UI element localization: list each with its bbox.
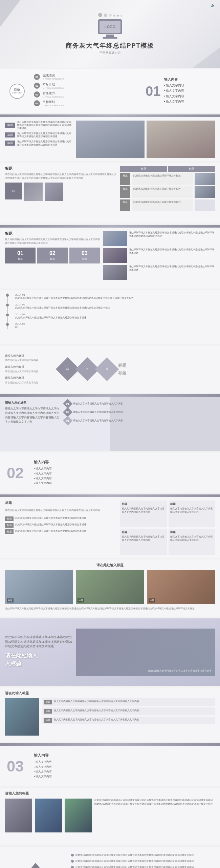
- pyr-text-1: 此处添加详细文本描述此处添加详细文本描述此处添加详细文本描述此处添加详细文本描述…: [75, 853, 194, 857]
- s13-text-3: 输入文字内容输入文字内容输入文字内容输入文字内容输入文字内容输入文字内容: [54, 718, 139, 721]
- s11-body: 此处添加详细文本描述此处添加详细文本描述此处添加详细文本描述此处添加详细文本描述…: [5, 607, 215, 611]
- s8-title: 请输入您的标题: [5, 400, 59, 405]
- separator-3: [0, 394, 220, 397]
- label-tag-2: 标题: [5, 132, 15, 137]
- s5-text-3: 此处添加详细文本描述此处添加详细文本描述此处添加详细文本描述此处添加详细文本描述: [129, 265, 215, 272]
- s8-text-3: 请输入文字内容请输入文字内容请输入文字内容: [73, 419, 123, 422]
- tl-text-1: 此处添加详细文本描述此处添加详细文本描述此处添加详细文本描述此处添加详细文本描述…: [15, 296, 215, 300]
- s5-text-1: 此处添加详细文本描述此处添加详细文本描述此处添加详细文本描述此处添加详细文本描述…: [129, 231, 215, 238]
- s5-photo-2: [103, 248, 127, 263]
- svg-text:LOGO: LOGO: [105, 25, 116, 29]
- tl-dot-2: [6, 304, 9, 306]
- separator-1: [0, 114, 220, 117]
- diamond-inner-2: 02: [86, 368, 89, 370]
- s13-rows: 标题 输入文字内容输入文字内容输入文字内容输入文字内容输入文字内容输入文字内容 …: [42, 698, 215, 736]
- section-03-content: 输入内容 • 输入文字内容 • 输入文字内容 • 输入文字内容 • 输入文字内容: [34, 753, 52, 779]
- label-text-1: 此处添加详细文本描述此处添加详细文本描述此处添加详细文本描述此处添加详细文本描述…: [17, 121, 73, 130]
- slide-4-title: 标题: [5, 166, 117, 171]
- s13-text-2: 输入文字内容输入文字内容输入文字内容输入文字内容输入文字内容输入文字内容: [54, 709, 139, 712]
- s12-photo-caption: 请在此处输入文字内容文字内容人文字内容大文字内容入文字: [148, 669, 212, 673]
- toc-badge-en: CONTENT: [12, 92, 22, 94]
- s5-title: 标题: [5, 231, 100, 236]
- s8-num-1: 03: [66, 402, 69, 405]
- toc-en-2: OFFICE SERVICES: [43, 87, 64, 89]
- s8-num-3: 01: [66, 419, 69, 422]
- s10-cell-text-1: 输入文字内容输入文字内容输入文字内容输入文字内容输入文字内容: [122, 507, 165, 514]
- s15-photo-3: [65, 799, 92, 832]
- slide-toc: 目录 CONTENT 01 完成情况 OFFICE SERVICES 02 本月…: [0, 69, 220, 113]
- s15-title: 请输入您的标题: [5, 791, 215, 796]
- slide-section-02: 02 输入内容 • 输入文字内容 • 输入文字内容 • 输入文字内容 • 输入文…: [0, 452, 220, 493]
- label-item-1: 标题 此处添加详细文本描述此处添加详细文本描述此处添加详细文本描述此处添加详细文…: [5, 121, 73, 130]
- s5-card-label-2: 标题: [39, 257, 66, 261]
- s13-row-1: 标题 输入文字内容输入文字内容输入文字内容输入文字内容输入文字内容输入文字内容: [42, 698, 215, 706]
- section-02-label: 输入内容: [34, 460, 52, 465]
- s8-text-2: 请输入文字内容请输入文字内容请输入文字内容: [73, 410, 123, 414]
- tl-dot-4: [6, 323, 9, 326]
- label-tag-3: 标题: [5, 141, 15, 146]
- s15-photo-1: [5, 799, 32, 832]
- s7-label-2: 请输入您的标题: [5, 365, 56, 369]
- s10-text-3: 此处添加详细文本描述此处添加详细文本描述此处添加详细文本描述: [15, 529, 86, 533]
- content-badge: 目录 CONTENT: [7, 84, 27, 99]
- label-text-2: 此处添加详细文本描述此处添加详细文本描述此处添加详细文本描述此处添加详细文本描述: [17, 132, 73, 138]
- main-title: 商务灰大气年终总结PPT模板: [66, 42, 154, 50]
- tl-text-2: 此处添加详细文本描述此处添加详细文本描述此处添加详细文本描述此处添加详细文本描述: [15, 306, 215, 310]
- s10-cell-2: 标题 输入文字内容输入文字内容输入文字内容输入文字内容输入文字内容: [169, 501, 215, 527]
- s8-item-3: 01 请输入文字内容请输入文字内容请输入文字内容: [64, 417, 215, 424]
- pyr-dot-3: [71, 866, 74, 868]
- section-03-label: 输入内容: [34, 753, 52, 758]
- svg-rect-4: [103, 37, 117, 39]
- s13-row-3: 标题 输入文字内容输入文字内容输入文字内容输入文字内容输入文字内容输入文字内容: [42, 717, 215, 724]
- pyr-row-2: 此处添加详细文本描述此处添加详细文本描述此处添加详细文本描述此处添加详细文本描述…: [71, 860, 215, 863]
- s10-label-3: 标题: [5, 529, 14, 534]
- label-text-3: 此处添加详细文本描述此处添加详细文本描述此处添加详细文本描述此处添加详细文本描述: [17, 140, 73, 146]
- tl-label-3: 2014-03: [15, 313, 215, 316]
- s7-headings: 标题 标题: [118, 363, 126, 376]
- rt-content-3: 此处添加详细文本描述此处添加详细文本描述: [132, 199, 193, 211]
- toc-en-4: OFFICE SERVICES: [43, 104, 64, 107]
- toc-big-num: 01: [146, 84, 161, 98]
- section-num-02: 02: [7, 465, 27, 481]
- toc-item-1: 01 完成情况 OFFICE SERVICES: [34, 73, 139, 80]
- rt-content-1: 此处添加详细文本描述此处添加详细文本描述: [132, 173, 193, 185]
- s10-text-1: 此处添加详细文本描述此处添加详细文本描述此处添加详细文本描述: [15, 516, 86, 520]
- pyr-text-3: 此处添加详细文本描述此处添加详细文本描述此处添加详细文本描述此处添加详细文本描述…: [75, 866, 194, 868]
- s7-heading-2: 标题: [118, 370, 126, 376]
- tl-item-2: 2014-02 此处添加详细文本描述此处添加详细文本描述此处添加详细文本描述此处…: [10, 303, 215, 310]
- s5-photo-3: [103, 265, 127, 280]
- svg-rect-3: [106, 35, 114, 37]
- label-list: 标题 此处添加详细文本描述此处添加详细文本描述此处添加详细文本描述此处添加详细文…: [5, 121, 73, 158]
- slide-photos-title: 请在此处输入标题 标题 标题 标题 此处添加详细文本描述此处添加详细文本描述此处…: [0, 559, 220, 617]
- s11-label-3: 标题: [149, 598, 155, 602]
- tl-label-2: 2014-02: [15, 303, 215, 306]
- toc-items: 01 完成情况 OFFICE SERVICES 02 本月计划 OFFICE S…: [34, 73, 139, 109]
- s10-cell-title-4: 标题: [170, 530, 214, 534]
- card-item-3: [45, 183, 63, 201]
- tl-label-1: 2014-01: [15, 293, 215, 296]
- s11-title: 请在此处输入标题: [5, 563, 215, 568]
- section-num-03: 03: [7, 759, 27, 774]
- s10-label-1: 标题: [5, 516, 14, 521]
- s10-cell-title-3: 标题: [122, 530, 165, 534]
- card-item-2: [24, 183, 43, 201]
- toc-label-2: 本月计划: [43, 82, 64, 87]
- tl-dot-1: [6, 294, 9, 297]
- label-item-2: 标题 此处添加详细文本描述此处添加详细文本描述此处添加详细文本描述此处添加详细文…: [5, 132, 73, 138]
- s12-left: 此处添加详细文本描述此处添加详细文本描述此处添加详细文本描述此处添加详细文本描述…: [5, 635, 73, 670]
- s10-right: 标题 输入文字内容输入文字内容输入文字内容输入文字内容输入文字内容 标题 输入文…: [120, 501, 215, 555]
- slide-photo-rows: 请在此输入标题 标题 输入文字内容输入文字内容输入文字内容输入文字内容输入文字内…: [0, 687, 220, 742]
- slide-numbered: 请输入您的标题 请输入文字内容请输入文字内容请输入文字内容请输入文字内容请输入文…: [0, 397, 220, 451]
- s13-text-1: 输入文字内容输入文字内容输入文字内容输入文字内容输入文字内容输入文字内容: [54, 700, 139, 703]
- rt-header-2: 标题: [168, 166, 215, 172]
- timeline: 2014-01 此处添加详细文本描述此处添加详细文本描述此处添加详细文本描述此处…: [5, 293, 215, 329]
- s15-content: 此处添加详细文本描述此处添加详细文本描述此处添加详细文本描述此处添加详细文本描述…: [5, 799, 215, 832]
- s9-bullet-1: • 输入文字内容: [34, 466, 52, 471]
- toc-num-2: 02: [34, 83, 40, 89]
- toc-badge-circle: 目录 CONTENT: [9, 84, 25, 99]
- toc-right-label: 输入内容: [164, 77, 184, 82]
- rt-img-2: [195, 186, 215, 198]
- s10-row-1: 标题 此处添加详细文本描述此处添加详细文本描述此处添加详细文本描述: [5, 516, 117, 521]
- tl-item-4: 2014-04 标: [10, 322, 215, 329]
- bullet-4: • 输入文字内容: [164, 100, 184, 104]
